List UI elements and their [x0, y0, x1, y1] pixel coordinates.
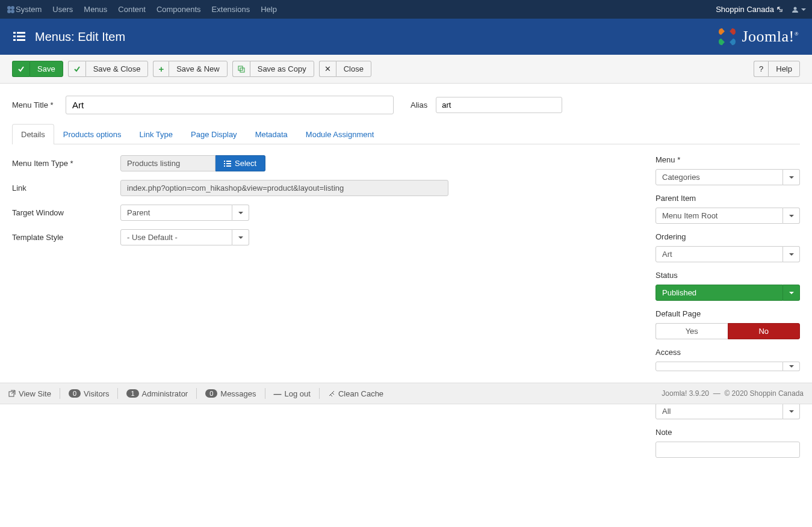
svg-rect-15	[224, 163, 225, 164]
tab-details[interactable]: Details	[12, 124, 54, 144]
user-icon	[792, 6, 799, 13]
tab-products-options[interactable]: Products options	[54, 124, 131, 144]
apply-icon	[17, 66, 25, 73]
svg-rect-16	[226, 163, 231, 164]
default-no-button[interactable]: No	[728, 323, 801, 339]
status-bar: View Site 0 Visitors 1 Administrator 0 M…	[0, 383, 812, 404]
template-style-label: Template Style	[12, 229, 120, 242]
top-menu: System Users Menus Content Components Ex…	[16, 5, 716, 14]
menu-help[interactable]: Help	[261, 5, 277, 14]
target-window-select[interactable]: Parent	[120, 205, 249, 221]
tab-metadata[interactable]: Metadata	[246, 124, 297, 144]
menu-menus[interactable]: Menus	[84, 5, 107, 14]
help-icon: ?	[759, 64, 763, 73]
note-input[interactable]	[655, 442, 800, 458]
toolbar: Save Save & Close + Save & New Save as C…	[0, 55, 812, 84]
svg-point-2	[7, 10, 11, 13]
ordering-select[interactable]: Art	[655, 246, 800, 262]
tab-link-type[interactable]: Link Type	[131, 124, 182, 144]
svg-rect-10	[17, 39, 25, 41]
status-select[interactable]: Published	[655, 285, 800, 301]
caret-down-icon	[238, 212, 243, 214]
tab-module-assignment[interactable]: Module Assignment	[297, 124, 383, 144]
link-value: index.php?option=com_hikashop&view=produ…	[120, 180, 448, 196]
page-title: Menus: Edit Item	[35, 30, 125, 44]
svg-rect-5	[13, 32, 16, 34]
svg-rect-13	[224, 161, 225, 162]
access-label: Access	[655, 348, 800, 357]
plus-icon: +	[158, 66, 164, 73]
menu-content[interactable]: Content	[118, 5, 146, 14]
caret-down-icon	[789, 176, 794, 179]
form-right: Menu * Categories Parent Item Menu Item …	[655, 155, 800, 466]
select-type-button[interactable]: Select	[215, 155, 265, 171]
menu-system[interactable]: System	[16, 5, 42, 14]
caret-down-icon	[789, 292, 794, 294]
caret-down-icon	[789, 215, 794, 217]
form-left: Menu Item Type * Products listing Select…	[12, 155, 631, 466]
view-site-link[interactable]: View Site	[8, 389, 51, 398]
menu-item-type-value: Products listing	[120, 155, 215, 171]
save-copy-button[interactable]: Save as Copy	[232, 61, 314, 77]
note-label: Note	[655, 428, 800, 437]
link-label: Link	[12, 180, 120, 193]
ordering-label: Ordering	[655, 232, 800, 241]
top-nav: System Users Menus Content Components Ex…	[0, 0, 812, 19]
menu-extensions[interactable]: Extensions	[212, 5, 250, 14]
svg-rect-18	[226, 165, 231, 167]
tab-page-display[interactable]: Page Display	[182, 124, 246, 144]
visitors-link[interactable]: 0 Visitors	[69, 389, 110, 398]
default-yes-button[interactable]: Yes	[655, 323, 728, 339]
svg-rect-14	[226, 161, 231, 162]
help-button[interactable]: ? Help	[754, 61, 800, 77]
svg-point-4	[794, 7, 797, 10]
svg-point-0	[7, 6, 11, 10]
alias-input[interactable]	[436, 97, 562, 113]
menu-select[interactable]: Categories	[655, 169, 800, 185]
template-style-select[interactable]: - Use Default -	[120, 229, 249, 245]
language-select[interactable]: All	[655, 403, 800, 419]
messages-link[interactable]: 0 Messages	[205, 389, 256, 398]
svg-rect-8	[17, 35, 25, 37]
caret-down-icon	[789, 253, 794, 256]
external-icon	[8, 390, 16, 397]
parent-label: Parent Item	[655, 194, 800, 203]
content: Menu Title * Alias Details Products opti…	[0, 84, 812, 478]
save-button[interactable]: Save	[12, 61, 63, 77]
joomla-icon	[6, 5, 16, 14]
caret-down-icon	[801, 8, 806, 11]
tabs: Details Products options Link Type Page …	[12, 124, 800, 144]
default-page-label: Default Page	[655, 309, 800, 318]
save-close-button[interactable]: Save & Close	[68, 61, 149, 77]
external-link-icon	[776, 6, 783, 13]
joomla-logo: Joomla!®	[716, 26, 799, 48]
joomla-logo-icon	[716, 26, 738, 48]
svg-point-1	[11, 6, 14, 10]
menu-item-type-label: Menu Item Type *	[12, 155, 120, 168]
target-window-label: Target Window	[12, 205, 120, 217]
status-label: Status	[655, 271, 800, 280]
svg-rect-17	[224, 165, 225, 167]
menu-users[interactable]: Users	[52, 5, 73, 14]
save-new-button[interactable]: + Save & New	[153, 61, 227, 77]
menu-components[interactable]: Components	[157, 5, 201, 14]
user-menu[interactable]	[792, 6, 806, 13]
clean-cache-link[interactable]: Clean Cache	[328, 389, 383, 398]
site-link[interactable]: Shoppin Canada	[716, 5, 783, 14]
menu-title-label: Menu Title *	[12, 100, 57, 109]
alias-label: Alias	[411, 100, 427, 109]
footer-text: Joomla! 3.9.20 — © 2020 Shoppin Canada	[662, 389, 804, 398]
admin-link[interactable]: 1 Administrator	[126, 389, 188, 398]
menu-title-input[interactable]	[66, 96, 394, 114]
broom-icon	[328, 390, 335, 397]
list-icon	[13, 31, 25, 42]
menu-label: Menu *	[655, 155, 800, 164]
parent-select[interactable]: Menu Item Root	[655, 208, 800, 224]
logout-link[interactable]: — Log out	[274, 389, 311, 398]
close-button[interactable]: ✕ Close	[319, 61, 371, 77]
default-page-toggle: Yes No	[655, 323, 800, 339]
access-select[interactable]	[655, 362, 800, 371]
svg-rect-9	[13, 39, 16, 41]
page-header: Menus: Edit Item Joomla!®	[0, 19, 812, 55]
list-icon	[224, 160, 231, 167]
